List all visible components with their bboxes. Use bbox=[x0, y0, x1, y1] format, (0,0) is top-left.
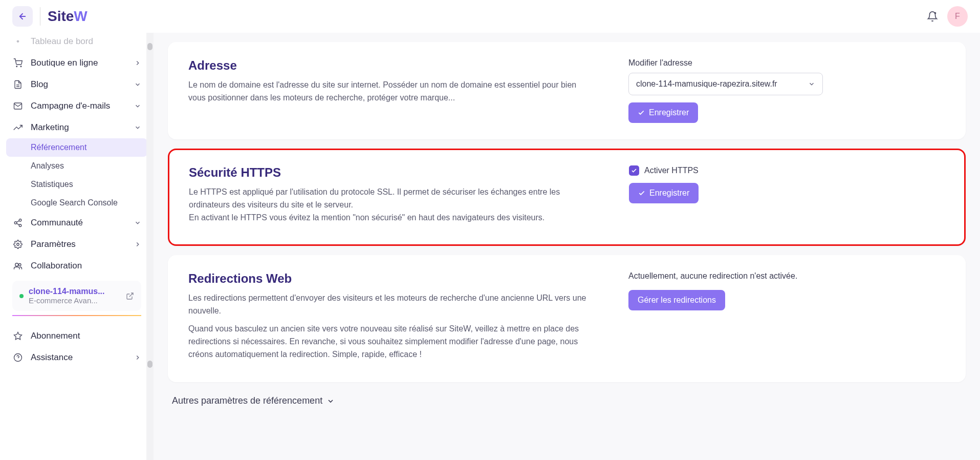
svg-line-10 bbox=[16, 223, 19, 225]
card-title: Adresse bbox=[188, 58, 587, 73]
sub-statistiques[interactable]: Statistiques bbox=[6, 175, 147, 194]
svg-point-12 bbox=[17, 243, 19, 246]
gradient-divider bbox=[12, 315, 141, 316]
card-desc: Le nom de domaine est l'adresse du site … bbox=[188, 79, 587, 104]
gear-icon bbox=[12, 240, 24, 249]
external-link-icon[interactable] bbox=[126, 292, 134, 300]
chevron-up-icon bbox=[134, 124, 141, 131]
card-adresse: Adresse Le nom de domaine est l'adresse … bbox=[168, 42, 966, 139]
check-icon bbox=[631, 168, 637, 174]
sidebar-item-parametres[interactable]: Paramètres bbox=[6, 234, 147, 255]
svg-point-8 bbox=[14, 222, 17, 224]
sidebar-item-collaboration[interactable]: Collaboration bbox=[6, 255, 147, 277]
mail-icon bbox=[12, 101, 24, 111]
domain-select[interactable]: clone-114-mamusique-rapezira.sitew.fr bbox=[628, 73, 823, 95]
sidebar-item-dashboard[interactable]: • Tableau de bord bbox=[6, 33, 147, 52]
svg-point-14 bbox=[19, 264, 21, 266]
sidebar-item-marketing[interactable]: Marketing bbox=[6, 117, 147, 138]
svg-line-11 bbox=[16, 221, 19, 222]
svg-point-17 bbox=[14, 354, 22, 362]
sidebar-item-assistance[interactable]: Assistance bbox=[6, 347, 147, 368]
checkbox-label: Activer HTTPS bbox=[644, 166, 699, 175]
svg-point-1 bbox=[934, 12, 937, 14]
chevron-right-icon bbox=[134, 59, 141, 67]
star-icon bbox=[12, 331, 24, 341]
sidebar-item-communaute[interactable]: Communauté bbox=[6, 212, 147, 234]
svg-point-13 bbox=[15, 263, 18, 266]
svg-point-7 bbox=[19, 219, 21, 222]
sub-analyses[interactable]: Analyses bbox=[6, 157, 147, 175]
site-plan: E-commerce Avan... bbox=[29, 296, 121, 305]
sidebar-item-campagne[interactable]: Campagne d'e-mails bbox=[6, 95, 147, 117]
chevron-down-icon bbox=[134, 102, 141, 110]
avatar[interactable]: F bbox=[947, 6, 968, 27]
save-button[interactable]: Enregistrer bbox=[628, 102, 698, 123]
site-name: clone-114-mamus... bbox=[29, 287, 121, 296]
svg-point-3 bbox=[20, 66, 21, 67]
help-icon bbox=[12, 353, 24, 362]
chevron-right-icon bbox=[134, 354, 141, 361]
arrow-left-icon bbox=[18, 12, 27, 21]
chevron-down-icon bbox=[808, 80, 815, 88]
back-button[interactable] bbox=[12, 6, 33, 27]
manage-redirections-button[interactable]: Gérer les redirections bbox=[628, 290, 725, 310]
chevron-down-icon bbox=[134, 81, 141, 88]
sidebar-item-blog[interactable]: Blog bbox=[6, 74, 147, 95]
check-icon bbox=[638, 109, 645, 116]
logo[interactable]: SiteW bbox=[48, 8, 88, 25]
svg-point-2 bbox=[16, 66, 17, 67]
sub-referencement[interactable]: Référencement bbox=[6, 138, 147, 157]
card-desc: Quand vous basculez un ancien site vers … bbox=[188, 323, 587, 361]
https-checkbox[interactable] bbox=[629, 165, 639, 176]
svg-marker-16 bbox=[14, 332, 22, 340]
card-redirections: Redirections Web Les redirections permet… bbox=[168, 255, 966, 382]
users-icon bbox=[12, 261, 24, 270]
sidebar-item-boutique[interactable]: Boutique en ligne bbox=[6, 52, 147, 74]
dashboard-icon: • bbox=[12, 36, 24, 47]
card-desc: Le HTTPS est appliqué par l'utilisation … bbox=[189, 186, 588, 224]
cart-icon bbox=[12, 58, 24, 68]
svg-point-9 bbox=[19, 224, 21, 227]
sidebar-scrollbar[interactable] bbox=[146, 33, 154, 460]
card-https: Sécurité HTTPS Le HTTPS est appliqué par… bbox=[168, 149, 966, 246]
chevron-down-icon bbox=[326, 397, 335, 405]
status-dot-icon bbox=[19, 294, 24, 298]
card-title: Sécurité HTTPS bbox=[189, 165, 588, 180]
document-icon bbox=[12, 80, 24, 89]
chevron-down-icon bbox=[134, 219, 141, 226]
field-label: Modifier l'adresse bbox=[628, 58, 823, 68]
chevron-right-icon bbox=[134, 241, 141, 248]
sub-gsc[interactable]: Google Search Console bbox=[6, 194, 147, 212]
bell-icon bbox=[927, 11, 938, 22]
other-params-toggle[interactable]: Autres paramètres de référencement bbox=[168, 395, 966, 406]
divider bbox=[40, 7, 40, 26]
save-button[interactable]: Enregistrer bbox=[629, 183, 699, 203]
check-icon bbox=[638, 190, 645, 197]
sidebar-item-abonnement[interactable]: Abonnement bbox=[6, 325, 147, 347]
trending-icon bbox=[12, 123, 24, 132]
redir-status: Actuellement, aucune redirection n'est a… bbox=[628, 271, 823, 281]
card-title: Redirections Web bbox=[188, 271, 587, 286]
card-desc: Les redirections permettent d'envoyer de… bbox=[188, 292, 587, 318]
svg-line-15 bbox=[129, 293, 133, 297]
share-icon bbox=[12, 218, 24, 227]
site-selector[interactable]: clone-114-mamus... E-commerce Avan... bbox=[12, 281, 141, 311]
notifications-button[interactable] bbox=[927, 11, 938, 22]
